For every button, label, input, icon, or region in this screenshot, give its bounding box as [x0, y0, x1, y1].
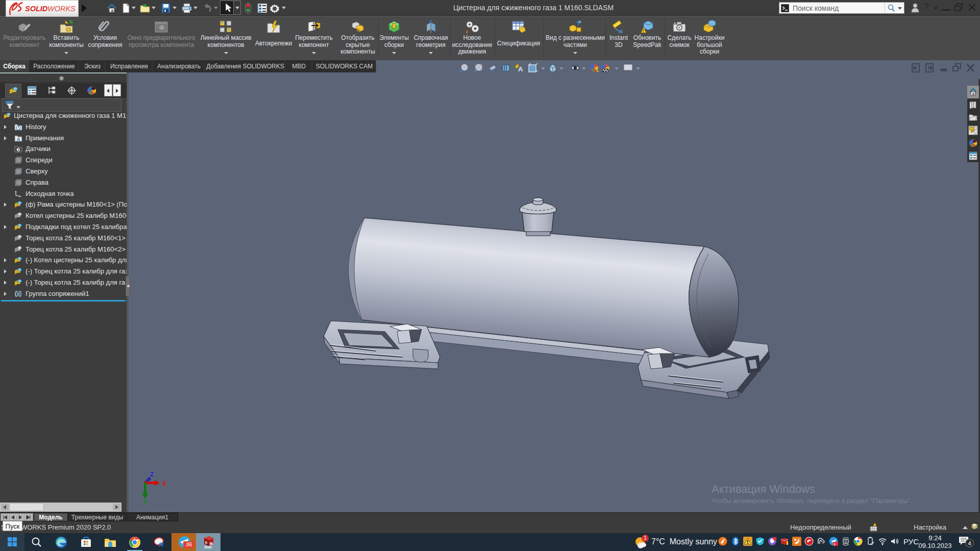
svg-text:A: A: [518, 65, 523, 73]
svg-text:2020: 2020: [204, 545, 212, 549]
svg-text:S: S: [205, 541, 208, 544]
svg-text:A: A: [17, 137, 20, 142]
svg-text:!: !: [643, 29, 644, 33]
svg-text:SOLID: SOLID: [25, 5, 48, 13]
svg-text:Z: Z: [150, 471, 154, 479]
svg-text:Y: Y: [143, 499, 147, 504]
svg-text:WORKS: WORKS: [47, 5, 76, 13]
svg-text:X: X: [162, 481, 166, 488]
